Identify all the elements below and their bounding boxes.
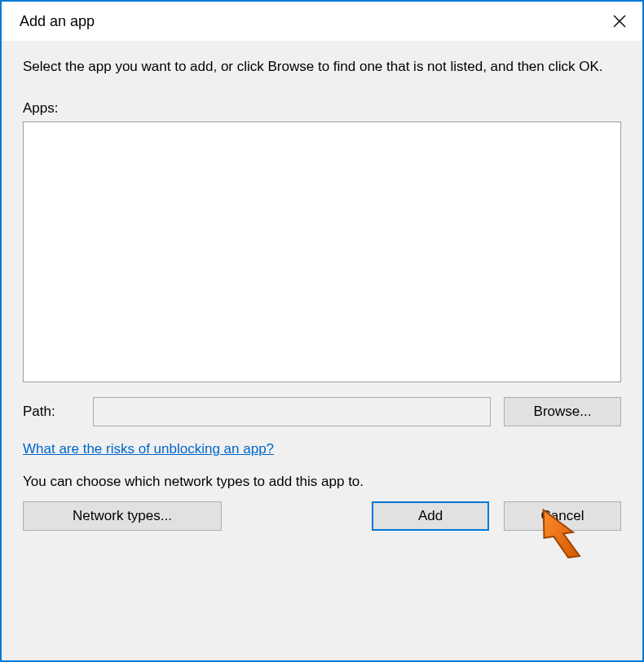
close-icon	[613, 15, 626, 28]
path-row: Path: Browse...	[23, 397, 621, 426]
description-text: Select the app you want to add, or click…	[23, 57, 621, 77]
network-types-button[interactable]: Network types...	[23, 501, 222, 531]
close-button[interactable]	[597, 2, 642, 41]
path-label: Path:	[23, 404, 80, 420]
add-button[interactable]: Add	[372, 501, 489, 531]
cancel-button[interactable]: Cancel	[504, 501, 621, 531]
add-app-dialog: Add an app Select the app you want to ad…	[0, 0, 644, 662]
button-row: Network types... Add Cancel	[23, 501, 621, 531]
apps-listbox[interactable]	[23, 121, 621, 382]
network-types-text: You can choose which network types to ad…	[23, 474, 621, 490]
dialog-title: Add an app	[20, 13, 95, 30]
titlebar: Add an app	[2, 2, 642, 41]
path-input[interactable]	[93, 397, 491, 426]
risks-link[interactable]: What are the risks of unblocking an app?	[23, 441, 274, 457]
browse-button[interactable]: Browse...	[504, 397, 621, 426]
apps-label: Apps:	[23, 100, 621, 117]
dialog-content: Select the app you want to add, or click…	[2, 41, 642, 660]
